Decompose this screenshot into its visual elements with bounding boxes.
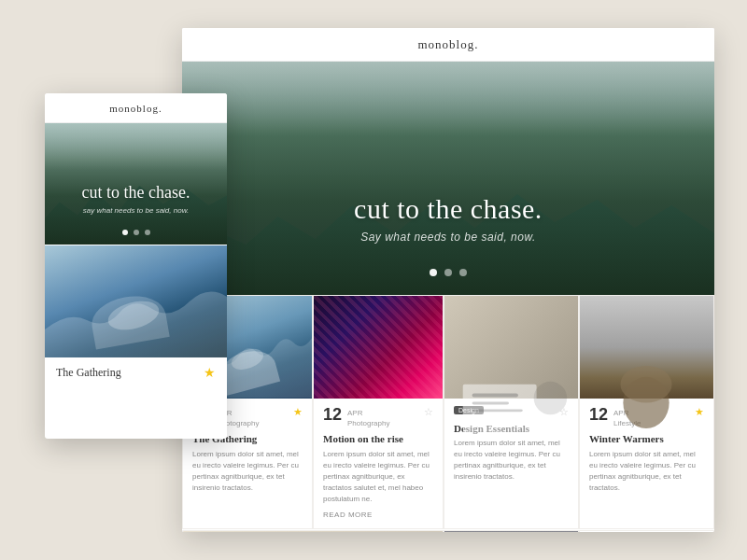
hero-dot-2[interactable] — [444, 269, 452, 276]
svg-rect-2 — [472, 394, 518, 398]
desktop-header: monoblog. — [182, 28, 714, 62]
mobile-card-title: The Gathering — [56, 366, 121, 380]
card-motion-date-sub: APRPhotography — [347, 406, 389, 428]
card-gathering-star[interactable]: ★ — [293, 406, 303, 418]
mobile-header: monoblog. — [45, 93, 227, 123]
card-portrait-image — [444, 531, 578, 532]
card-motion-body: 12 APRPhotography ☆ Motion on the rise L… — [314, 399, 443, 528]
hero-title: cut to the chase. — [182, 193, 714, 225]
card-winter-image — [580, 296, 713, 399]
card-access[interactable]: 13 APRCulture ☆ Access and Denial Lorem … — [580, 531, 713, 532]
card-notebook[interactable] — [183, 531, 443, 532]
card-grid-row2: 13 APRCulture ☆ Access and Denial Lorem … — [182, 530, 714, 532]
card-grid-row1: 23 APRPhotography ★ The Gathering Lorem … — [182, 295, 714, 529]
mobile-hero-title: cut to the chase. — [45, 183, 227, 203]
card-access-body: 13 APRCulture ☆ Access and Denial Lorem … — [580, 531, 713, 532]
desktop-hero: cut to the chase. Say what needs to be s… — [182, 62, 714, 295]
svg-point-16 — [105, 296, 162, 335]
card-motion-excerpt: Lorem ipsum dolor sit amet, mel eu irect… — [323, 449, 433, 505]
mobile-dot-2[interactable] — [134, 230, 139, 235]
svg-point-7 — [620, 366, 671, 402]
card-winter[interactable]: 12 APRLifestyle ★ Winter Warmers Lorem i… — [580, 296, 713, 528]
hero-dots — [182, 269, 714, 276]
card-motion-read-more[interactable]: READ MORE — [323, 511, 433, 519]
mobile-hero-text: cut to the chase. say what needs to be s… — [45, 183, 227, 215]
card-motion-date: 12 APRPhotography — [323, 406, 389, 428]
svg-rect-3 — [472, 401, 509, 404]
card-design-image — [444, 296, 578, 399]
card-motion-title: Motion on the rise — [323, 432, 433, 445]
card-notebook-image — [183, 531, 443, 532]
desktop-mockup: monoblog. cut to the chase. Say what nee… — [182, 28, 714, 532]
card-gathering-excerpt: Lorem ipsum dolor sit amet, mel eu irect… — [192, 449, 303, 494]
svg-rect-4 — [472, 409, 523, 412]
mobile-card-star[interactable]: ★ — [204, 365, 216, 381]
svg-point-5 — [534, 382, 568, 415]
card-motion-date-num: 12 — [323, 406, 342, 423]
card-motion-image — [314, 296, 443, 399]
hero-subtitle: Say what needs to be said, now. — [182, 231, 714, 244]
mobile-mockup: monoblog. cut to the chase. say what nee… — [45, 93, 227, 439]
mobile-hero-subtitle: say what needs to be said, now. — [45, 206, 227, 215]
hero-dot-1[interactable] — [430, 269, 437, 276]
card-motion[interactable]: 12 APRPhotography ☆ Motion on the rise L… — [314, 296, 443, 528]
mobile-hero: cut to the chase. say what needs to be s… — [45, 123, 227, 245]
mobile-card-gathering[interactable]: The Gathering ★ — [45, 245, 227, 388]
mobile-dot-3[interactable] — [145, 230, 150, 235]
mobile-card-footer: The Gathering ★ — [45, 357, 227, 388]
card-design[interactable]: Design ☆ Design Essentials Lorem ipsum d… — [444, 296, 578, 528]
card-portrait[interactable] — [444, 531, 578, 532]
card-motion-star[interactable]: ☆ — [424, 406, 433, 418]
mobile-card-image — [45, 245, 227, 357]
hero-background — [182, 62, 714, 295]
desktop-logo: monoblog. — [418, 37, 479, 52]
mobile-logo: monoblog. — [109, 103, 162, 114]
card-motion-meta: 12 APRPhotography ☆ — [323, 406, 433, 428]
mobile-dot-1[interactable] — [122, 230, 128, 235]
mobile-hero-dots — [45, 230, 227, 235]
hero-text-container: cut to the chase. Say what needs to be s… — [182, 193, 714, 244]
hero-dot-3[interactable] — [459, 269, 467, 276]
